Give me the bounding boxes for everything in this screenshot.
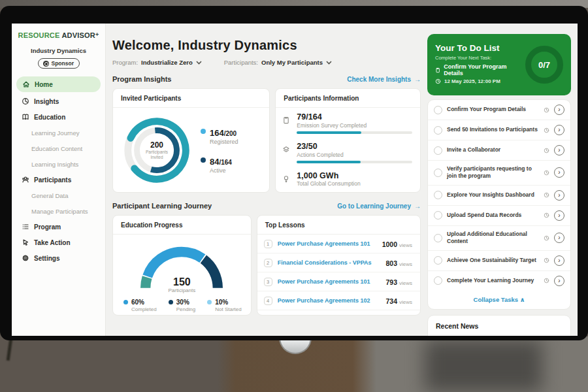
legend-completed: 60% Completed <box>123 299 157 312</box>
lesson-row: 4 Power Purchase Agreements 102 734views <box>257 291 420 310</box>
sidebar-item-education[interactable]: Education <box>12 109 105 125</box>
task-checkbox[interactable] <box>434 146 442 155</box>
task-checkbox[interactable] <box>434 126 442 135</box>
sidebar-item-program[interactable]: Program <box>12 219 105 235</box>
sidebar-item-home[interactable]: Home <box>16 76 101 92</box>
task-label[interactable]: Complete Your Learning Journey <box>447 277 539 284</box>
go-to-learning-journey-link[interactable]: Go to Learning Journey → <box>337 203 421 210</box>
sidebar-nav: Home Insights Education Learning Journey… <box>12 76 105 266</box>
task-label[interactable]: Confirm Your Program Details <box>447 106 539 113</box>
logo-secondary: ADVISOR <box>61 31 95 39</box>
sidebar-item-insights[interactable]: Insights <box>12 93 105 109</box>
task-checkbox[interactable] <box>434 256 442 265</box>
task-label[interactable]: Achieve One Sustainability Target <box>447 257 539 264</box>
sidebar-item-label: Manage Participants <box>31 208 88 215</box>
sponsor-badge-label: Sponsor <box>52 60 74 67</box>
completed-dot <box>123 300 128 304</box>
check-more-insights-link[interactable]: Check More Insights → <box>347 76 421 83</box>
sidebar-item-take-action[interactable]: Take Action <box>12 235 105 250</box>
arrow-right-icon: → <box>414 203 421 210</box>
gauge-label: Participants <box>133 287 231 293</box>
sidebar-item-label: Participants <box>34 176 71 184</box>
lesson-rank: 5 <box>264 316 272 316</box>
chevron-right-icon: › <box>558 191 560 199</box>
sidebar-item-general-data[interactable]: General Data <box>12 188 105 203</box>
sidebar-item-learning-insights[interactable]: Learning Insights <box>12 156 105 172</box>
sidebar-item-label: Education <box>34 114 65 121</box>
chevron-right-icon: › <box>558 234 560 241</box>
active-value: 84 <box>210 157 219 167</box>
task-label[interactable]: Upload Spend Data Records <box>447 212 539 219</box>
learning-journey-header: Participant Learning Journey Go to Learn… <box>112 202 421 210</box>
take-action-icon <box>21 238 29 247</box>
resource-advisor-logo: RESOURCE ADVISOR+ <box>12 31 105 39</box>
task-go-button[interactable]: › <box>554 190 564 201</box>
task-go-button[interactable]: › <box>554 233 564 243</box>
lesson-link[interactable]: Power Purchase Agreements 102 <box>278 297 381 304</box>
progress-bar <box>297 161 412 163</box>
participants-information-card: Participants Information 79/164 Emission… <box>275 88 421 193</box>
views-count: 793 <box>385 278 397 286</box>
task-label[interactable]: Invite a Collaborator <box>447 146 539 154</box>
sidebar: RESOURCE ADVISOR+ Industry Dynamics Spon… <box>12 24 106 336</box>
sidebar-item-education-content[interactable]: Education Content <box>12 140 105 156</box>
home-icon <box>22 80 30 89</box>
clock-icon <box>544 170 549 176</box>
task-go-button[interactable]: › <box>554 167 564 178</box>
collapse-tasks-link[interactable]: Collapse Tasks ∧ <box>428 291 570 309</box>
invited-donut-chart: 200 Participants Invited <box>118 112 195 189</box>
views-label: views <box>399 280 412 286</box>
todo-tasks-card: Confirm Your Program Details › Send 50 I… <box>427 99 571 310</box>
task-checkbox[interactable] <box>434 191 442 199</box>
gear-icon <box>21 254 29 263</box>
sidebar-item-manage-participants[interactable]: Manage Participants <box>12 203 105 219</box>
task-label[interactable]: Verify participants requesting to join t… <box>447 165 539 180</box>
task-checkbox[interactable] <box>434 234 442 242</box>
learning-cards: Education Progress 150 Participants <box>112 215 421 316</box>
sidebar-item-learning-journey[interactable]: Learning Journey <box>12 125 105 140</box>
link-label: Go to Learning Journey <box>337 203 411 210</box>
task-checkbox[interactable] <box>434 211 442 220</box>
stat-value: 79/164 <box>297 113 412 122</box>
task-go-button[interactable]: › <box>554 276 564 286</box>
task-label[interactable]: Explore Your Insights Dashboard <box>447 191 539 199</box>
task-label[interactable]: Send 50 Invitations to Participants <box>447 126 539 133</box>
task-label[interactable]: Upload Additional Educational Content <box>447 231 539 246</box>
org-name: Industry Dynamics <box>12 47 105 54</box>
clock-icon <box>544 212 549 218</box>
lesson-link[interactable]: Power Purchase Agreements 101 <box>278 278 381 285</box>
task-go-button[interactable]: › <box>554 210 564 221</box>
list-icon <box>21 223 29 231</box>
recent-news-title: Recent News <box>436 322 563 330</box>
task-doc-icon <box>435 67 440 73</box>
sidebar-item-label: Home <box>35 81 53 88</box>
legend-registered: 164/200 Registered <box>201 127 238 145</box>
views-label: views <box>399 261 412 267</box>
task-checkbox[interactable] <box>434 169 442 177</box>
lesson-rank: 3 <box>264 278 272 286</box>
lesson-rank: 2 <box>264 259 272 267</box>
participants-select[interactable]: Participants: Only My Participants <box>224 59 332 66</box>
recent-news-card: Recent News <box>427 315 571 336</box>
card-title: Top Lessons <box>257 216 420 235</box>
task-row: Achieve One Sustainability Target › <box>428 251 570 271</box>
task-go-button[interactable]: › <box>554 255 564 266</box>
task-checkbox[interactable] <box>434 276 442 285</box>
task-go-button[interactable]: › <box>554 125 564 135</box>
donut-center: 200 Participants Invited <box>118 112 195 189</box>
card-title: Participants Information <box>276 89 420 108</box>
pending-dot <box>169 300 173 304</box>
program-select[interactable]: Program: Industrialize Zero <box>112 59 202 66</box>
lesson-link[interactable]: Power Purchase Agreements 101 <box>278 240 377 247</box>
program-label: Program: <box>112 59 138 66</box>
task-row: Complete Your Learning Journey › <box>428 271 570 291</box>
pending-pct: 30% <box>176 299 195 306</box>
task-go-button[interactable]: › <box>554 105 564 115</box>
consumption-row: 1,000 GWh Total Global Consumption <box>282 172 412 190</box>
task-row: Upload Spend Data Records › <box>428 206 570 226</box>
sidebar-item-participants[interactable]: Participants <box>12 172 105 188</box>
lesson-link[interactable]: Financial Considerations - VPPAs <box>278 259 381 266</box>
task-go-button[interactable]: › <box>554 145 564 155</box>
task-checkbox[interactable] <box>434 106 442 114</box>
sidebar-item-settings[interactable]: Settings <box>12 250 105 266</box>
